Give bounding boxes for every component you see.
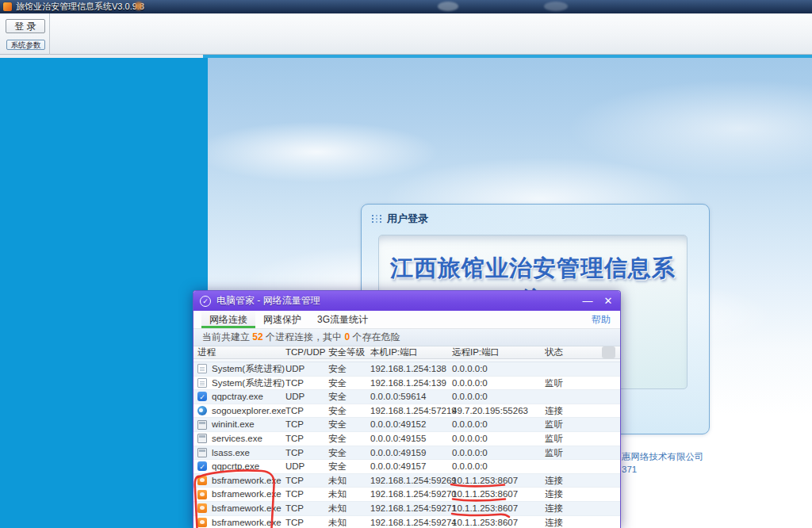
protocol-cell: TCP bbox=[285, 418, 328, 431]
dots-grid-icon bbox=[372, 215, 382, 224]
local-ip-cell: 192.168.1.254:59274 bbox=[370, 516, 452, 528]
security-cell: 未知 bbox=[328, 474, 370, 488]
protocol-cell: TCP bbox=[285, 488, 328, 501]
status-cell bbox=[545, 362, 620, 376]
summary-suffix: 个存在危险 bbox=[350, 331, 400, 342]
remote-ip-cell: 0.0.0.0:0 bbox=[452, 390, 545, 404]
toolbar-separator bbox=[49, 13, 50, 55]
local-ip-cell: 192.168.1.254:59269 bbox=[370, 474, 452, 488]
titlebar-artifact bbox=[438, 2, 458, 11]
minimize-button[interactable]: — bbox=[582, 293, 593, 310]
remote-ip-cell: 0.0.0.0:0 bbox=[452, 460, 545, 473]
status-cell: 监听 bbox=[545, 446, 620, 460]
status-cell: 连接 bbox=[545, 404, 620, 418]
table-header[interactable]: 进程 TCP/UDP 安全等级 本机IP:端口 远程IP:端口 状态 bbox=[193, 346, 620, 359]
table-row[interactable]: sogouexplorer.exe TCP 安全 192.168.1.254:5… bbox=[193, 404, 620, 419]
local-ip-cell: 0.0.0.0:49159 bbox=[370, 446, 452, 460]
status-cell: 连接 bbox=[545, 488, 620, 501]
tab-network-connections[interactable]: 网络连接 bbox=[201, 311, 255, 328]
security-cell: 安全 bbox=[328, 362, 370, 376]
local-ip-cell: 192.168.1.254:139 bbox=[370, 377, 452, 390]
tab-system-params[interactable]: 系统参数 bbox=[6, 40, 45, 50]
status-cell: 连接 bbox=[545, 516, 620, 528]
status-cell: 连接 bbox=[545, 502, 620, 515]
table-row[interactable]: wininit.exe TCP 安全 0.0.0.0:49152 0.0.0.0… bbox=[193, 418, 620, 432]
shield-icon: ✓ bbox=[200, 296, 211, 307]
qq-shield-icon bbox=[197, 461, 207, 471]
status-cell bbox=[545, 390, 620, 404]
process-name: lsass.exe bbox=[212, 446, 250, 460]
bsframework-icon bbox=[197, 476, 207, 485]
protocol-cell: UDP bbox=[285, 460, 328, 473]
login-button[interactable]: 登 录 bbox=[6, 19, 45, 33]
process-name: bsframework.exe bbox=[212, 488, 282, 501]
security-cell: 安全 bbox=[328, 390, 370, 404]
support-number-text: 371 bbox=[622, 465, 637, 474]
support-company-text: 惠网络技术有限公司 bbox=[622, 451, 704, 463]
remote-ip-cell: 0.0.0.0:0 bbox=[452, 446, 545, 460]
pc-manager-title: 电脑管家 - 网络流量管理 bbox=[216, 294, 320, 308]
local-ip-cell: 0.0.0.0:49155 bbox=[370, 432, 452, 446]
table-body: System(系统进程) UDP 安全 192.168.1.254:138 0.… bbox=[193, 362, 620, 528]
tab-speed-protection[interactable]: 网速保护 bbox=[255, 311, 309, 328]
column-process[interactable]: 进程 bbox=[193, 346, 285, 358]
table-row[interactable]: lsass.exe TCP 安全 0.0.0.0:49159 0.0.0.0:0… bbox=[193, 446, 620, 461]
status-cell bbox=[545, 460, 620, 473]
process-name: qqpctray.exe bbox=[212, 390, 263, 404]
table-row[interactable]: bsframework.exe TCP 未知 192.168.1.254:592… bbox=[193, 474, 620, 488]
scrollbar-thumb[interactable] bbox=[602, 346, 615, 358]
remote-ip-cell: 10.1.1.253:8607 bbox=[452, 474, 545, 488]
pc-manager-window: ✓ 电脑管家 - 网络流量管理 — ✕ 网络连接 网速保护 3G流量统计 帮助 … bbox=[193, 290, 621, 528]
window-icon bbox=[197, 448, 207, 457]
security-cell: 安全 bbox=[328, 418, 370, 431]
process-name: services.exe bbox=[212, 432, 262, 446]
screen: 旅馆业治安管理信息系统V3.0.9.8 登 录 系统参数 用户登录 bbox=[0, 0, 812, 528]
close-button[interactable]: ✕ bbox=[603, 293, 614, 310]
bsframework-icon bbox=[197, 503, 207, 513]
table-row[interactable]: bsframework.exe TCP 未知 192.168.1.254:592… bbox=[193, 516, 620, 528]
app-titlebar: 旅馆业治安管理信息系统V3.0.9.8 bbox=[0, 0, 812, 13]
remote-ip-cell: 10.1.1.253:8607 bbox=[452, 516, 545, 528]
security-cell: 安全 bbox=[328, 460, 370, 473]
security-cell: 未知 bbox=[328, 488, 370, 501]
table-row[interactable]: bsframework.exe TCP 未知 192.168.1.254:592… bbox=[193, 488, 620, 502]
local-ip-cell: 0.0.0.0:49152 bbox=[370, 418, 452, 431]
process-name: bsframework.exe bbox=[212, 516, 282, 528]
protocol-cell: TCP bbox=[285, 516, 328, 528]
protocol-cell: UDP bbox=[285, 362, 328, 376]
connection-summary: 当前共建立 52 个进程连接，其中 0 个存在危险 bbox=[193, 329, 620, 346]
remote-ip-cell: 49.7.20.195:55263 bbox=[452, 404, 545, 418]
column-remote-ip[interactable]: 远程IP:端口 bbox=[452, 346, 545, 358]
column-security[interactable]: 安全等级 bbox=[328, 346, 370, 358]
table-row[interactable]: services.exe TCP 安全 0.0.0.0:49155 0.0.0.… bbox=[193, 432, 620, 446]
process-name: System(系统进程) bbox=[212, 377, 285, 390]
bsframework-icon bbox=[197, 490, 207, 499]
table-row[interactable]: qqpctray.exe UDP 安全 0.0.0.0:59614 0.0.0.… bbox=[193, 390, 620, 404]
titlebar-artifact bbox=[544, 2, 568, 11]
remote-ip-cell: 0.0.0.0:0 bbox=[452, 432, 545, 446]
protocol-cell: TCP bbox=[285, 432, 328, 446]
protocol-cell: TCP bbox=[285, 404, 328, 418]
status-cell: 连接 bbox=[545, 474, 620, 488]
document-icon bbox=[197, 364, 207, 373]
window-icon bbox=[197, 420, 207, 430]
table-row[interactable]: System(系统进程) UDP 安全 192.168.1.254:138 0.… bbox=[193, 362, 620, 377]
process-name: wininit.exe bbox=[212, 418, 255, 431]
tab-3g-traffic[interactable]: 3G流量统计 bbox=[309, 311, 376, 328]
titlebar-artifact bbox=[135, 2, 143, 10]
left-blue-panel bbox=[0, 58, 208, 528]
table-row[interactable]: System(系统进程) TCP 安全 192.168.1.254:139 0.… bbox=[193, 377, 620, 391]
help-link[interactable]: 帮助 bbox=[592, 311, 620, 328]
column-protocol[interactable]: TCP/UDP bbox=[285, 346, 328, 358]
summary-prefix: 当前共建立 bbox=[202, 331, 252, 342]
process-name: bsframework.exe bbox=[212, 502, 282, 515]
protocol-cell: TCP bbox=[285, 474, 328, 488]
local-ip-cell: 192.168.1.254:59271 bbox=[370, 502, 452, 515]
column-local-ip[interactable]: 本机IP:端口 bbox=[370, 346, 452, 358]
pc-manager-titlebar[interactable]: ✓ 电脑管家 - 网络流量管理 — ✕ bbox=[193, 291, 620, 311]
table-row[interactable]: bsframework.exe TCP 未知 192.168.1.254:592… bbox=[193, 502, 620, 516]
sogou-globe-icon bbox=[197, 406, 207, 415]
app-icon bbox=[3, 2, 12, 11]
table-row[interactable]: qqpcrtp.exe UDP 安全 0.0.0.0:49157 0.0.0.0… bbox=[193, 460, 620, 474]
protocol-cell: TCP bbox=[285, 377, 328, 390]
